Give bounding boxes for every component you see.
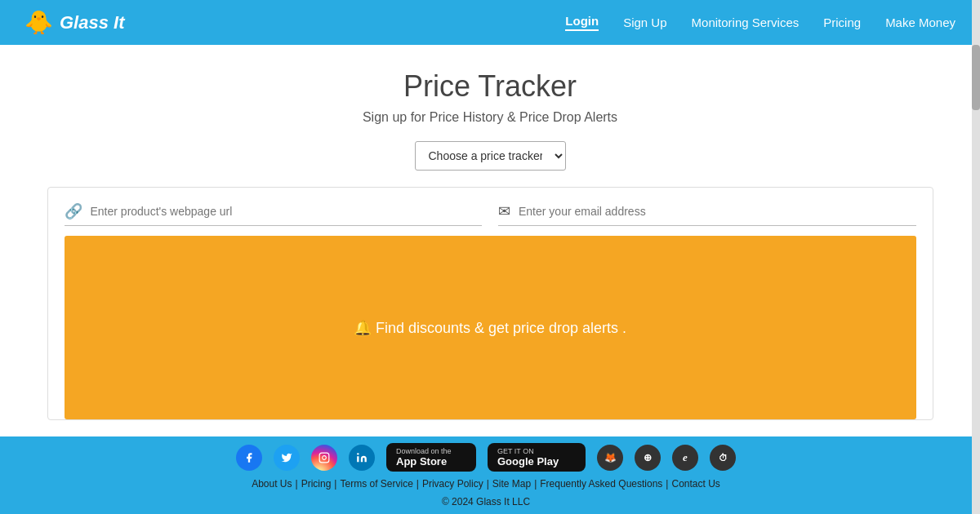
footer-sitemap[interactable]: Site Map xyxy=(492,478,531,490)
footer-pricing[interactable]: Pricing xyxy=(301,478,332,490)
footer-links: About Us | Pricing | Terms of Service | … xyxy=(252,478,720,490)
email-input[interactable] xyxy=(519,205,916,218)
form-inputs-row: 🔗 ✉ xyxy=(65,202,916,226)
browser3-icon[interactable]: e xyxy=(672,445,698,471)
footer-contact[interactable]: Contact Us xyxy=(671,478,719,490)
nav-login[interactable]: Login xyxy=(565,14,599,31)
url-input-group: 🔗 xyxy=(65,202,483,226)
app-store-small: Download on the xyxy=(396,447,452,455)
logo-text: Glass It xyxy=(60,12,124,33)
browser2-icon[interactable]: ⊕ xyxy=(635,445,661,471)
footer-copyright: © 2024 Glass It LLC xyxy=(442,496,530,507)
logo-area[interactable]: 🐥 Glass It xyxy=(24,9,124,36)
google-play-button[interactable]: GET IT ON Google Play xyxy=(488,443,586,472)
google-play-big: Google Play xyxy=(497,455,559,467)
email-input-group: ✉ xyxy=(498,202,916,226)
nav-monitoring[interactable]: Monitoring Services xyxy=(692,16,800,29)
scrollbar[interactable] xyxy=(972,0,980,514)
page-title: Price Tracker xyxy=(403,69,577,104)
app-store-button[interactable]: Download on the App Store xyxy=(386,443,476,472)
price-tracker-select[interactable]: Choose a price tracker Amazon eBay Walma… xyxy=(415,141,566,171)
linkedin-icon[interactable] xyxy=(349,445,375,471)
footer-faq[interactable]: Frequently Asked Questions xyxy=(540,478,662,490)
svg-rect-0 xyxy=(319,453,329,463)
page-subtitle: Sign up for Price History & Price Drop A… xyxy=(363,110,617,125)
footer-privacy[interactable]: Privacy Policy xyxy=(422,478,483,490)
app-store-big: App Store xyxy=(396,455,447,467)
footer-icons-row: Download on the App Store GET IT ON Goog… xyxy=(236,443,736,472)
browser1-icon[interactable]: 🦊 xyxy=(597,445,623,471)
cta-text: 🔔 Find discounts & get price drop alerts… xyxy=(354,319,626,337)
facebook-icon[interactable] xyxy=(236,445,262,471)
nav-make-money[interactable]: Make Money xyxy=(885,16,956,29)
scrollbar-thumb[interactable] xyxy=(972,45,980,110)
svg-point-2 xyxy=(357,453,359,454)
url-input[interactable] xyxy=(91,205,483,218)
main-content: Price Tracker Sign up for Price History … xyxy=(0,45,980,420)
twitter-icon[interactable] xyxy=(274,445,300,471)
email-icon: ✉ xyxy=(498,202,510,220)
nav-pricing[interactable]: Pricing xyxy=(823,16,861,29)
form-card: 🔗 ✉ 🔔 Find discounts & get price drop al… xyxy=(47,187,933,420)
footer: Download on the App Store GET IT ON Goog… xyxy=(0,436,972,514)
nav-signup[interactable]: Sign Up xyxy=(623,16,666,29)
link-icon: 🔗 xyxy=(65,202,82,220)
instagram-icon[interactable] xyxy=(311,445,337,471)
main-nav: Login Sign Up Monitoring Services Pricin… xyxy=(565,14,956,31)
browser4-icon[interactable]: ⏱ xyxy=(710,445,736,471)
logo-icon: 🐥 xyxy=(24,9,53,36)
footer-terms[interactable]: Terms of Service xyxy=(340,478,412,490)
footer-about[interactable]: About Us xyxy=(252,478,292,490)
cta-area[interactable]: 🔔 Find discounts & get price drop alerts… xyxy=(65,236,916,419)
google-play-small: GET IT ON xyxy=(497,447,534,455)
header: 🐥 Glass It Login Sign Up Monitoring Serv… xyxy=(0,0,980,45)
